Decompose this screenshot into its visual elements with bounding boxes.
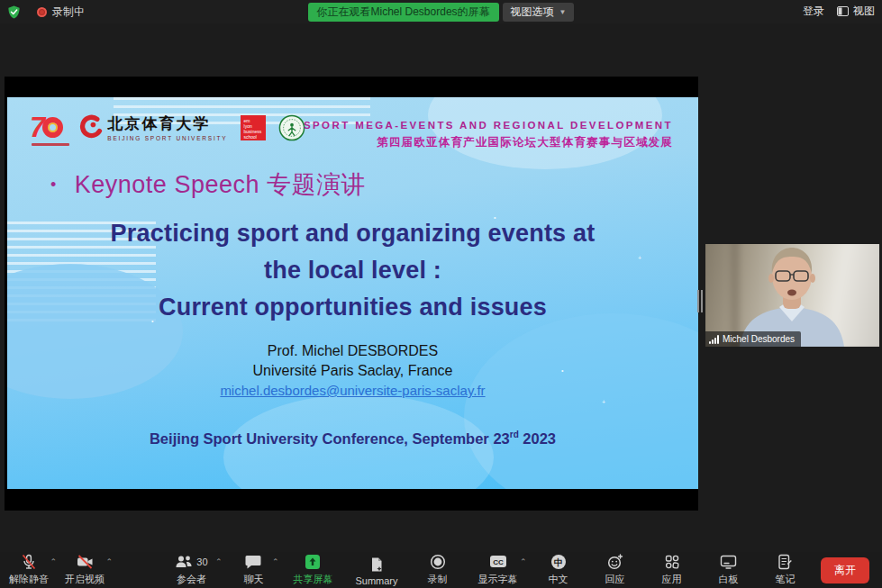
summary-label: Summary xyxy=(355,575,397,586)
emlyon-logo: em lyon business school xyxy=(241,115,266,140)
start-video-button[interactable]: 开启视频 ⌃ xyxy=(59,552,110,588)
captions-button[interactable]: CC 显示字幕 ⌃ xyxy=(472,552,524,588)
cloud-decoration xyxy=(464,313,698,489)
participant-name-tag: Michel Desbordes xyxy=(705,331,801,347)
speaker-video-tile[interactable]: Michel Desbordes xyxy=(705,244,879,347)
start-video-label: 开启视频 xyxy=(65,573,105,586)
whiteboard-icon xyxy=(720,555,737,569)
view-options-label: 视图选项 xyxy=(511,5,554,20)
participants-label: 参会者 xyxy=(177,573,206,586)
language-char: 中 xyxy=(554,556,563,566)
view-button[interactable]: 视图 xyxy=(837,4,875,19)
leave-meeting-button[interactable]: 离开 xyxy=(821,557,869,583)
shared-screen-region: ✦ + • + • • 7 北京体育大学 BEIJING SPORT UNIVE… xyxy=(5,77,698,511)
view-button-label: 视图 xyxy=(853,4,875,19)
chat-button[interactable]: 聊天 ⌃ xyxy=(231,552,276,588)
reactions-button[interactable]: 回应 xyxy=(593,552,638,588)
speaker-affiliation: Université Paris Saclay, France xyxy=(7,361,698,381)
emlyon-line: school xyxy=(244,134,266,140)
mic-options-chevron[interactable]: ⌃ xyxy=(50,557,57,566)
share-screen-button[interactable]: 共享屏幕 xyxy=(287,552,338,588)
record-button[interactable]: 录制 xyxy=(415,552,460,588)
reactions-smiley-icon xyxy=(607,554,623,570)
slide-main-title: Practicing sport and organizing events a… xyxy=(7,215,698,326)
chevron-down-icon: ▼ xyxy=(559,8,567,16)
language-label: 中文 xyxy=(549,573,568,586)
slide-header-chinese: 第四届欧亚体育产业国际论坛大型体育赛事与区域发展 xyxy=(304,135,673,150)
beijing-sport-university-logo: 北京体育大学 BEIJING SPORT UNIVERSITY xyxy=(76,113,227,141)
participants-count: 30 xyxy=(196,556,207,567)
share-screen-icon xyxy=(305,554,321,570)
whiteboard-button[interactable]: 白板 xyxy=(706,552,751,588)
unmute-button[interactable]: 解除静音 ⌃ xyxy=(4,552,54,588)
recording-status-label: 录制中 xyxy=(52,5,85,20)
conference-footer: Beijing Sport University Conference, Sep… xyxy=(7,430,698,448)
cc-text: CC xyxy=(493,558,504,566)
bsu-name-chinese: 北京体育大学 xyxy=(107,113,227,134)
bsu-swirl-icon xyxy=(76,114,103,141)
notes-label: 笔记 xyxy=(776,573,796,586)
anniversary-70-logo: 7 xyxy=(30,113,63,141)
notes-button[interactable]: 笔记 xyxy=(763,552,808,588)
watching-screen-badge: 你正在观看Michel Desbordes的屏幕 xyxy=(308,3,499,22)
speaker-name: Prof. Michel DESBORDES xyxy=(7,341,698,361)
captions-chevron[interactable]: ⌃ xyxy=(520,557,527,566)
record-icon xyxy=(430,554,446,570)
footer-text: Beijing Sport University Conference, Sep… xyxy=(150,430,510,447)
reactions-label: 回应 xyxy=(605,573,625,586)
view-layout-icon xyxy=(837,6,849,16)
record-label: 录制 xyxy=(428,573,448,586)
microphone-muted-icon xyxy=(21,554,37,570)
recording-indicator-icon xyxy=(37,7,47,17)
meeting-top-bar: 录制中 你正在观看Michel Desbordes的屏幕 视图选项 ▼ 登录 视… xyxy=(0,0,882,23)
apps-label: 应用 xyxy=(662,573,682,586)
view-options-button[interactable]: 视图选项 ▼ xyxy=(503,3,575,22)
apps-button[interactable]: 应用 xyxy=(650,552,695,588)
camera-off-icon xyxy=(77,554,94,570)
title-line: the local level : xyxy=(7,252,698,289)
participants-button[interactable]: 30 参会者 ⌃ xyxy=(163,552,219,588)
bullet-icon: • xyxy=(50,176,57,194)
chat-label: 聊天 xyxy=(243,573,263,586)
video-options-chevron[interactable]: ⌃ xyxy=(105,557,113,566)
participants-chevron[interactable]: ⌃ xyxy=(215,557,223,566)
participant-name: Michel Desbordes xyxy=(723,334,795,344)
unmute-label: 解除静音 xyxy=(9,573,49,586)
speaker-block: Prof. Michel DESBORDES Université Paris … xyxy=(7,341,698,401)
summary-doc-icon xyxy=(369,556,384,573)
speaker-email-link[interactable]: michel.desbordes@universite-paris-saclay… xyxy=(220,383,485,398)
panel-resize-handle[interactable] xyxy=(697,290,703,312)
chat-chevron[interactable]: ⌃ xyxy=(272,557,279,566)
notes-icon xyxy=(777,554,793,570)
keynote-heading: • Keynote Speech 专题演讲 xyxy=(50,168,366,201)
apps-icon xyxy=(664,554,680,570)
closed-captions-icon: CC xyxy=(489,555,507,568)
captions-label: 显示字幕 xyxy=(478,573,518,586)
slide-header-english: SPORT MEGA-EVENTS AND REGIONAL DEVELOPME… xyxy=(304,120,673,131)
participants-icon xyxy=(175,555,193,569)
footer-year: 2023 xyxy=(519,430,556,447)
whiteboard-label: 白板 xyxy=(719,573,739,586)
security-shield-icon xyxy=(7,5,21,19)
presentation-slide: ✦ + • + • • 7 北京体育大学 BEIJING SPORT UNIVE… xyxy=(7,97,698,489)
language-button[interactable]: 中 中文 xyxy=(536,552,581,588)
keynote-heading-text: Keynote Speech 专题演讲 xyxy=(75,168,366,201)
signin-button[interactable]: 登录 xyxy=(803,4,824,19)
language-icon: 中 xyxy=(550,554,567,570)
green-emblem-logo xyxy=(278,114,305,141)
title-line: Current opportunities and issues xyxy=(7,289,698,326)
chat-bubble-icon xyxy=(245,554,261,569)
footer-ordinal: rd xyxy=(510,430,519,439)
bsu-name-english: BEIJING SPORT UNIVERSITY xyxy=(107,135,227,141)
summary-button[interactable]: Summary xyxy=(350,552,403,588)
audio-level-icon xyxy=(709,335,719,344)
meeting-toolbar: 解除静音 ⌃ 开启视频 ⌃ xyxy=(0,552,882,588)
title-line: Practicing sport and organizing events a… xyxy=(7,215,698,252)
share-screen-label: 共享屏幕 xyxy=(293,573,332,586)
